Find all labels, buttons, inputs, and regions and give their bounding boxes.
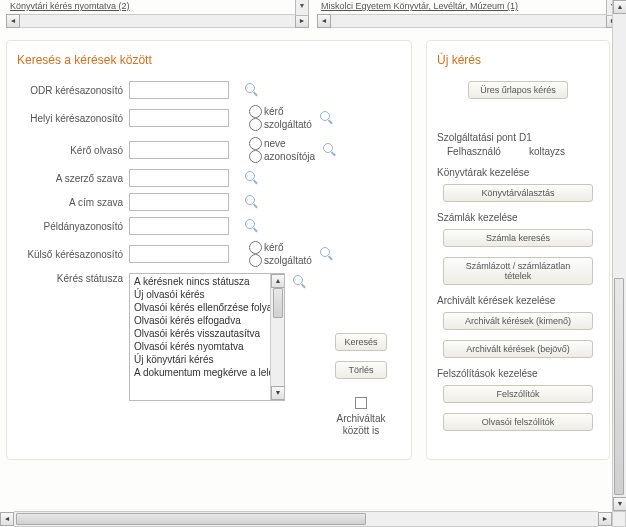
top-left-panel: Könyvtári kérés nyomtatva (2) ◄ ► [6,0,309,28]
page-hscrollbar[interactable]: ◄ ► [0,511,612,527]
label-cim: A cím szava [17,197,129,208]
label-helyi: Helyi kérésazonosító [17,113,129,124]
peldany-input[interactable] [129,217,229,235]
search-title: Keresés a kérések között [17,53,401,67]
invoice-items-button[interactable]: Számlázott / számlázatlan tételek [443,257,593,285]
new-request-panel: Új kérés Üres űrlapos kérés Szolgáltatás… [426,40,610,460]
scroll-left-icon[interactable]: ◄ [0,512,14,526]
archive-checkbox[interactable] [355,397,367,409]
status-option[interactable]: Olvasói kérés nyomtatva [130,340,284,353]
scroll-right-icon[interactable]: ► [295,14,309,28]
top-right-link[interactable]: Miskolci Egyetem Könyvtár, Levéltár, Múz… [317,0,522,12]
scroll-up-icon[interactable]: ▲ [613,0,626,14]
kulso-input[interactable] [129,245,229,263]
status-option[interactable]: A dokumentum megkérve a lelőhelyről [130,366,284,379]
mini-scroll-down[interactable] [295,0,309,16]
listbox-scrollbar[interactable]: ▲ ▼ [270,274,284,400]
page-vscrollbar[interactable]: ▲ ▼ [612,0,626,511]
archived-in-button[interactable]: Archivált kérések (bejövő) [443,340,593,358]
scroll-left-icon[interactable]: ◄ [6,14,20,28]
odr-input[interactable] [129,81,229,99]
label-kulso: Külső kérésazonosító [17,249,129,260]
scroll-thumb[interactable] [273,288,283,318]
radio-azonositoja[interactable]: azonosítója [249,150,315,163]
scroll-track[interactable] [331,14,606,28]
scroll-up-icon[interactable]: ▲ [271,274,285,288]
scroll-right-icon[interactable]: ► [598,512,612,526]
search-icon[interactable] [245,219,259,233]
status-option[interactable]: Új olvasói kérés [130,288,284,301]
status-listbox[interactable]: A kérésnek nincs státuszaÚj olvasói kéré… [129,273,285,401]
library-select-button[interactable]: Könyvtárválasztás [443,184,593,202]
scroll-thumb[interactable] [16,513,366,525]
scroll-thumb[interactable] [614,278,624,495]
label-peldany: Példányazonosító [17,221,129,232]
reminders-button[interactable]: Felszólítók [443,385,593,403]
scroll-down-icon[interactable]: ▼ [613,497,626,511]
reader-reminders-button[interactable]: Olvasói felszólítók [443,413,593,431]
service-point-row: Szolgáltatási pontD1 [437,132,599,143]
section-reminders: Felszólítások kezelése [437,368,599,379]
radio-szolgaltato[interactable]: szolgáltató [249,118,312,131]
clear-button[interactable]: Törlés [335,361,387,379]
label-status: Kérés státusza [17,273,129,284]
search-panel: Keresés a kérések között ODR kérésazonos… [6,40,412,460]
szerzo-input[interactable] [129,169,229,187]
scroll-corner [612,511,626,527]
search-icon[interactable] [245,171,259,185]
cim-input[interactable] [129,193,229,211]
scroll-track[interactable] [20,14,295,28]
status-option[interactable]: Új könyvtári kérés [130,353,284,366]
radio-neve[interactable]: neve [249,137,315,150]
status-option[interactable]: Olvasói kérés elfogadva [130,314,284,327]
search-icon[interactable] [320,111,334,125]
archive-label: Archiváltak között is [329,413,393,437]
search-button[interactable]: Keresés [335,333,387,351]
radio-kero[interactable]: kérő [249,105,312,118]
search-icon[interactable] [323,143,337,157]
scroll-left-icon[interactable]: ◄ [317,14,331,28]
archived-out-button[interactable]: Archivált kérések (kimenő) [443,312,593,330]
status-option[interactable]: Olvasói kérés visszautasítva [130,327,284,340]
search-icon[interactable] [293,275,307,289]
helyi-input[interactable] [129,109,229,127]
label-olvaso: Kérő olvasó [17,145,129,156]
new-request-title: Új kérés [437,53,599,67]
status-option[interactable]: Olvasói kérés ellenőrzése folyamatban [130,301,284,314]
radio-szolgaltato[interactable]: szolgáltató [249,254,312,267]
invoice-search-button[interactable]: Számla keresés [443,229,593,247]
top-left-link[interactable]: Könyvtári kérés nyomtatva (2) [6,0,134,12]
search-icon[interactable] [320,247,334,261]
user-row: Felhasználókoltayzs [447,146,599,157]
section-libraries: Könyvtárak kezelése [437,167,599,178]
scroll-down-icon[interactable]: ▼ [271,386,285,400]
olvaso-input[interactable] [129,141,229,159]
section-invoices: Számlák kezelése [437,212,599,223]
search-icon[interactable] [245,83,259,97]
label-szerzo: A szerző szava [17,173,129,184]
top-right-panel: Miskolci Egyetem Könyvtár, Levéltár, Múz… [317,0,620,28]
empty-form-button[interactable]: Üres űrlapos kérés [468,81,568,99]
label-odr: ODR kérésazonosító [17,85,129,96]
status-option[interactable]: A kérésnek nincs státusza [130,275,284,288]
mini-hscroll[interactable]: ◄ ► [6,14,309,28]
section-archived: Archivált kérések kezelése [437,295,599,306]
mini-hscroll[interactable]: ◄ ► [317,14,620,28]
search-icon[interactable] [245,195,259,209]
radio-kero[interactable]: kérő [249,241,312,254]
